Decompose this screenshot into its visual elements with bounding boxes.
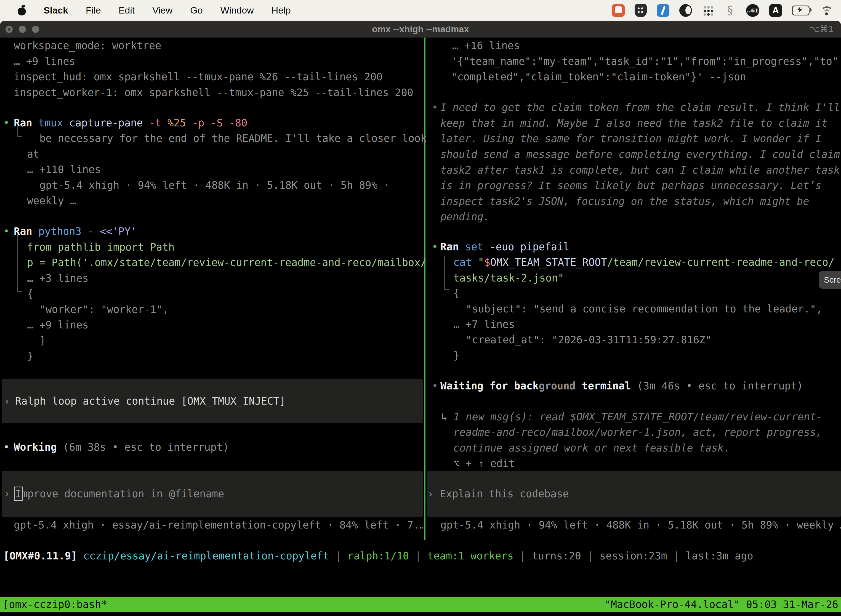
terminal-window: omx --xhigh --madmax ⌥⌘1 Screworkspace_m… [0,21,841,616]
terminal-text-line: Improve documentation in @filename [15,486,224,502]
terminal-text-line: Working (6m 38s • esc to interrupt) [14,439,229,455]
terminal-text-line: "subject": "send a concise recommendatio… [466,301,822,317]
terminal-text-line: … +7 lines [453,317,515,332]
terminal-text-line: readme-and-reco/mailbox/worker-1.json, a… [453,424,822,440]
pane-divider [424,38,425,540]
terminal-text-line: • [432,378,438,394]
terminal-text-line: Ralph loop active continue [OMX_TMUX_INJ… [15,393,286,409]
terminal-text-line: › [428,486,434,502]
terminal-text-line: I need to get the claim token from the c… [440,100,840,115]
terminal-text-line: ↳ 1 new msg(s): read $OMX_TEAM_STATE_ROO… [441,409,822,425]
menu-item-go[interactable]: Go [190,5,202,16]
tree-connector [17,232,22,292]
menu-item-help[interactable]: Help [271,5,291,16]
terminal-text-line: Waiting for background terminal (3m 46s … [440,378,803,394]
window-shortcut-badge: ⌥⌘1 [809,21,834,38]
terminal-text-line: inspect_worker-1: omx sparkshell --tmux-… [14,85,413,100]
terminal-text-line: later. Using the same for transition mig… [440,131,821,147]
terminal-text-line: • [432,100,438,115]
terminal-text-line: › [4,486,10,502]
terminal-text-line: Ran set -euo pipefail [440,239,570,255]
menu-item-window[interactable]: Window [220,5,254,16]
apple-menu-icon[interactable] [18,6,26,15]
terminal-text-line: gpt-5.4 xhigh · essay/ai-reimplementatio… [14,517,425,533]
terminal-text-line: Ran tmux capture-pane -t %25 -p -S -80 [14,115,248,131]
wifi-icon[interactable] [819,5,833,16]
terminal-text-line: is in progress? It seems likely but perh… [440,178,821,194]
lightning-app-icon[interactable] [657,4,670,17]
tmux-session-label: [omx-cczip0:bash* [3,597,107,612]
terminal-text-line: • [3,439,9,455]
terminal-text-line: "completed","claim_token":"claim-token"}… [451,69,746,85]
window-title-bar[interactable]: omx --xhigh --madmax ⌥⌘1 [0,21,841,38]
terminal-text-line: • [3,224,9,239]
shield-grid-icon[interactable] [634,4,647,17]
terminal-text-line: … +3 lines [27,270,89,286]
input-source-icon[interactable]: A [769,4,782,17]
terminal-text-line: from pathlib import Path [27,239,175,255]
terminal-text-line: ⌥ + ↑ edit [453,456,515,471]
terminal-text-line: gpt-5.4 xhigh · 94% left · 488K in · 5.1… [440,517,841,533]
terminal-text-line: … +110 lines [27,162,101,177]
terminal-text-line: } [453,348,459,364]
menu-item-file[interactable]: File [86,5,101,16]
squiggle-icon[interactable]: § [724,4,736,17]
terminal-text-line: [OMX#0.11.9] cczip/essay/ai-reimplementa… [3,548,753,564]
window-title: omx --xhigh --madmax [0,21,841,38]
terminal-text-line: inspect_hud: omx sparkshell --tmux-pane … [14,69,383,85]
terminal-text-line: weekly … [27,193,76,209]
menu-item-edit[interactable]: Edit [119,5,135,16]
terminal-text-line: task2 after task1 is complete, but can I… [440,162,840,178]
terminal-text-line: be necessary for the end of the README. … [40,131,426,146]
terminal-text-line: } [27,348,33,364]
terminal-text-line: should send a message before completing … [440,147,840,162]
tree-connector [444,256,450,290]
terminal-text-line: inspect task2's JSON, focusing on the st… [440,194,809,209]
menu-item-slack[interactable]: Slack [44,5,68,16]
terminal-text-line: • [432,239,438,255]
terminal-text-line: › [4,393,10,409]
terminal-text-line: … +9 lines [14,54,75,69]
menu-items: SlackFileEditViewGoWindowHelp [44,5,291,16]
terminal-text-line: keep that in mind. Maybe I also need the… [440,115,828,131]
usage-badge-icon[interactable]: ..61 [746,4,759,17]
tmux-status-bar: [omx-cczip0:bash* "MacBook-Pro-44.local"… [0,597,841,612]
terminal-content[interactable]: Screworkspace_mode: worktree… +9 linesin… [0,38,841,616]
terminal-text-line: Ran python3 - <<'PY' [14,224,137,239]
tmux-host-clock-label: "MacBook-Pro-44.local" 05:03 31-Mar-26 [605,597,838,612]
chat-app-icon[interactable] [612,4,625,17]
terminal-text-line: workspace_mode: worktree [14,38,161,54]
menu-item-view[interactable]: View [152,5,173,16]
pie-icon[interactable] [679,4,692,17]
menu-status-icons: §..61A [612,4,841,17]
menu-left: SlackFileEditViewGoWindowHelp [0,5,291,16]
terminal-text-line: at [27,146,40,162]
dots-grid-icon[interactable] [702,4,714,16]
terminal-text-line: tasks/task-2.json" [453,270,564,286]
terminal-text-line: continue assigned work or next feasible … [453,440,730,456]
terminal-text-line: gpt-5.4 xhigh · 94% left · 488K in · 5.1… [40,177,390,193]
terminal-text-line: … +16 lines [452,38,520,54]
terminal-text-line: cat "$OMX_TEAM_STATE_ROOT/team/review-cu… [453,254,834,270]
terminal-text-line: '{"team_name":"my-team","task_id":"1","f… [451,54,841,69]
terminal-text-line: pending. [440,209,489,224]
terminal-text-line: … +9 lines [27,317,89,333]
screen-share-button[interactable]: Scre [819,271,841,289]
terminal-text-line: "worker": "worker-1", [40,302,168,317]
terminal-text-line: { [453,285,459,301]
battery-icon[interactable] [792,6,810,15]
terminal-text-line: • [3,115,9,131]
terminal-text-line: ] [40,333,45,349]
terminal-text-line: { [27,286,33,302]
terminal-text-line: p = Path('.omx/state/team/review-current… [27,255,426,270]
terminal-text-line: Explain this codebase [440,486,569,502]
terminal-text-line: "created_at": "2026-03-31T11:59:27.816Z" [466,332,712,348]
menu-bar: SlackFileEditViewGoWindowHelp §..61A [0,0,841,21]
